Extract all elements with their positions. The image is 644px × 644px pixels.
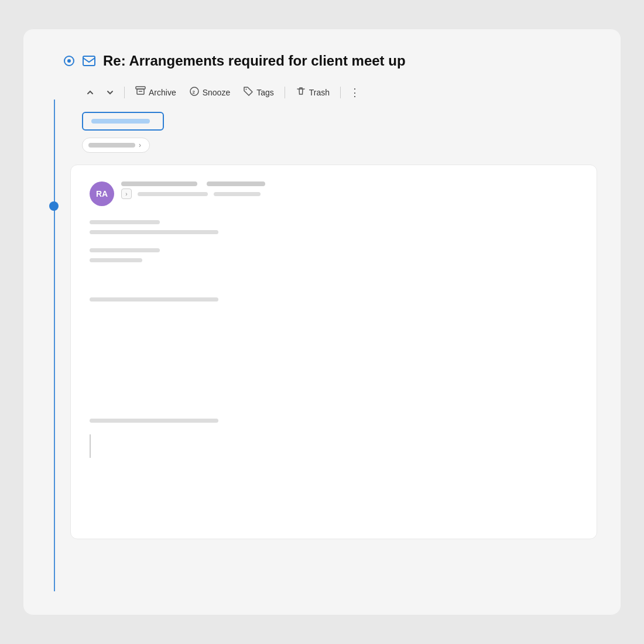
snooze-icon: 2 <box>189 86 200 98</box>
sender-date-placeholder <box>207 181 265 186</box>
signature-area <box>90 419 578 423</box>
archive-icon <box>135 86 146 98</box>
sender-info: › <box>121 181 578 199</box>
archive-label: Archive <box>149 88 176 97</box>
prev-button[interactable] <box>82 84 98 101</box>
svg-rect-2 <box>83 56 95 66</box>
svg-point-7 <box>246 89 247 90</box>
content-line-1 <box>90 220 160 224</box>
svg-point-1 <box>67 59 71 63</box>
content-line-5 <box>90 297 218 302</box>
chevron-right-icon: › <box>139 141 141 149</box>
trash-label: Trash <box>309 88 330 97</box>
thread-line <box>54 100 55 591</box>
toolbar-row: Archive 2 Snooze Tags <box>47 83 597 101</box>
expand-line <box>88 143 135 148</box>
avatar-initials: RA <box>96 189 108 198</box>
thread-dot <box>49 201 59 211</box>
mail-icon <box>82 54 96 68</box>
snooze-label: Snooze <box>203 88 230 97</box>
email-content-section-3 <box>90 297 578 302</box>
svg-text:2: 2 <box>192 90 195 95</box>
sender-name-placeholder <box>121 181 197 186</box>
trash-button[interactable]: Trash <box>291 83 334 101</box>
signature-line <box>90 419 218 423</box>
expand-thread-button[interactable]: › <box>82 138 150 153</box>
email-content-section-1 <box>90 220 578 234</box>
email-subject: Re: Arrangements required for client mee… <box>103 53 406 69</box>
sender-row: RA › <box>90 181 578 206</box>
reply-area <box>90 434 578 458</box>
email-card-container: Re: Arrangements required for client mee… <box>23 29 621 615</box>
pill-content <box>91 119 150 124</box>
tags-button[interactable]: Tags <box>238 83 279 101</box>
content-line-4 <box>90 258 142 262</box>
separator-2 <box>285 87 285 98</box>
sender-email-placeholder <box>138 192 208 196</box>
expand-row: › <box>82 138 597 153</box>
selected-thread-pill <box>82 112 164 131</box>
thread-icon <box>63 55 75 67</box>
trash-icon <box>296 86 306 98</box>
tags-icon <box>243 86 254 98</box>
content-line-3 <box>90 248 160 252</box>
sender-name-row <box>121 181 578 186</box>
snooze-button[interactable]: 2 Snooze <box>184 83 235 101</box>
sender-sub-row: › <box>121 189 578 199</box>
sender-to-placeholder <box>214 192 261 196</box>
separator-3 <box>340 87 341 98</box>
sender-avatar: RA <box>90 181 114 206</box>
more-icon: ⋮ <box>350 86 360 99</box>
email-content-section-2 <box>90 248 578 262</box>
content-line-2 <box>90 230 218 234</box>
more-button[interactable]: ⋮ <box>347 84 363 101</box>
header-row: Re: Arrangements required for client mee… <box>47 53 597 69</box>
expand-recipients-button[interactable]: › <box>121 189 132 199</box>
separator-1 <box>124 87 125 98</box>
next-button[interactable] <box>102 84 118 101</box>
archive-button[interactable]: Archive <box>131 83 181 101</box>
tags-label: Tags <box>256 88 274 97</box>
email-body-card: RA › <box>70 165 597 539</box>
